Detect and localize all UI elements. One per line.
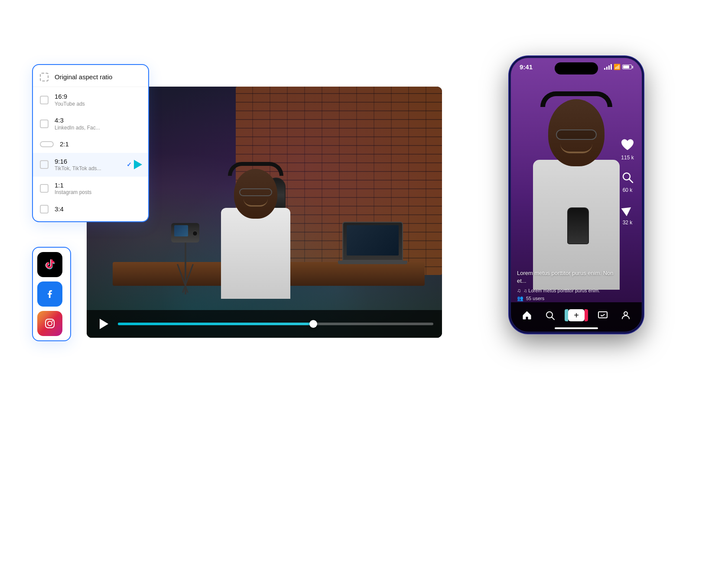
music-text: ♫ Lorem metus porttitor purus enim. bbox=[523, 288, 600, 293]
nav-add[interactable]: + bbox=[568, 309, 585, 321]
ar-subtitle-9-16: TikTok, TikTok ads... bbox=[55, 165, 101, 172]
social-panel bbox=[32, 247, 71, 341]
ar-checkbox-16-9 bbox=[40, 96, 49, 104]
ar-ratio-9-16: 9:16 bbox=[55, 157, 101, 166]
nav-profile[interactable] bbox=[621, 310, 631, 320]
share-icon bbox=[619, 202, 636, 218]
aspect-ratio-panel: Original aspect ratio 16:9 YouTube ads 4… bbox=[32, 64, 149, 222]
ar-label-1-1: 1:1 Instagram posts bbox=[55, 181, 91, 196]
camera-tripod bbox=[171, 223, 199, 294]
wifi-icon: 📶 bbox=[614, 64, 621, 70]
ar-item-4-3[interactable]: 4:3 LinkedIn ads, Fac... bbox=[33, 112, 148, 136]
ar-ratio-3-4: 3:4 bbox=[55, 205, 64, 213]
ar-ratio-16-9: 16:9 bbox=[55, 92, 85, 101]
svg-line-4 bbox=[629, 179, 633, 183]
ar-ratio-1-1: 1:1 bbox=[55, 181, 91, 190]
ar-label-3-4: 3:4 bbox=[55, 205, 64, 213]
ar-label-4-3: 4:3 LinkedIn ads, Fac... bbox=[55, 116, 100, 131]
ar-label-original: Original aspect ratio bbox=[55, 73, 112, 81]
ar-checkbox-9-16 bbox=[40, 160, 49, 169]
svg-point-8 bbox=[624, 312, 627, 315]
users-icon: 👥 bbox=[517, 295, 523, 301]
ar-checkbox-4-3 bbox=[40, 120, 49, 128]
nav-home[interactable] bbox=[522, 310, 532, 320]
nav-inbox[interactable] bbox=[598, 310, 608, 320]
svg-point-1 bbox=[48, 321, 52, 326]
music-note-icon: ♫ bbox=[517, 288, 521, 294]
dynamic-island bbox=[555, 62, 598, 74]
progress-bar-track[interactable] bbox=[118, 323, 433, 325]
ar-item-9-16[interactable]: 9:16 TikTok, TikTok ads... ✓ bbox=[33, 153, 148, 177]
ar-item-16-9[interactable]: 16:9 YouTube ads bbox=[33, 88, 148, 112]
search-icon bbox=[619, 169, 636, 186]
users-row: 👥 55 users bbox=[517, 295, 616, 301]
tiktok-caption: Lorem metus porttitor purus enim. Non et… bbox=[517, 269, 616, 285]
ar-item-1-1[interactable]: 1:1 Instagram posts bbox=[33, 177, 148, 200]
laptop bbox=[342, 222, 407, 264]
comment-count: 60 k bbox=[623, 187, 633, 193]
share-count: 32 k bbox=[623, 220, 633, 226]
video-controls bbox=[87, 310, 442, 338]
status-time: 9:41 bbox=[520, 63, 533, 71]
phone-host-figure bbox=[520, 73, 633, 140]
progress-bar-fill bbox=[118, 323, 313, 325]
like-action[interactable]: 115 k bbox=[619, 137, 636, 161]
progress-thumb[interactable] bbox=[309, 320, 317, 328]
ar-ratio-4-3: 4:3 bbox=[55, 116, 100, 125]
phone-screen: 9:41 📶 bbox=[511, 58, 642, 332]
social-icon-tiktok[interactable] bbox=[37, 252, 62, 277]
ar-check-9-16: ✓ bbox=[127, 161, 132, 168]
ar-checkbox-original bbox=[40, 73, 49, 81]
like-icon bbox=[619, 137, 636, 153]
battery-icon bbox=[622, 65, 633, 69]
ar-subtitle-16-9: YouTube ads bbox=[55, 101, 85, 108]
ar-play-icon-9-16 bbox=[134, 160, 142, 169]
home-bar bbox=[555, 327, 598, 329]
ar-item-original[interactable]: Original aspect ratio bbox=[33, 68, 148, 86]
ar-item-2-1[interactable]: 2:1 bbox=[33, 136, 148, 153]
host-torso-body bbox=[221, 208, 290, 299]
comment-action[interactable]: 60 k bbox=[619, 169, 636, 193]
ar-item-3-4[interactable]: 3:4 bbox=[33, 200, 148, 218]
host-head bbox=[234, 169, 277, 219]
tiktok-bottom-info: Lorem metus porttitor purus enim. Non et… bbox=[517, 269, 616, 301]
ar-checkbox-2-1 bbox=[40, 141, 54, 147]
ar-ratio-original: Original aspect ratio bbox=[55, 73, 112, 81]
like-count: 115 k bbox=[621, 155, 634, 161]
svg-rect-7 bbox=[598, 312, 607, 318]
ar-subtitle-4-3: LinkedIn ads, Fac... bbox=[55, 125, 100, 132]
tiktok-actions: 115 k 60 k bbox=[619, 137, 636, 226]
ar-ratio-2-1: 2:1 bbox=[60, 140, 69, 149]
share-action[interactable]: 32 k bbox=[619, 202, 636, 226]
status-icons: 📶 bbox=[604, 64, 633, 70]
ar-checkbox-1-1 bbox=[40, 184, 49, 193]
ar-checkbox-3-4 bbox=[40, 205, 49, 213]
ar-label-16-9: 16:9 YouTube ads bbox=[55, 92, 85, 107]
signal-bars-icon bbox=[604, 64, 612, 70]
phone-mockup: 9:41 📶 bbox=[509, 56, 644, 333]
social-icon-instagram[interactable] bbox=[37, 311, 62, 336]
play-button[interactable] bbox=[95, 316, 111, 332]
ar-label-2-1: 2:1 bbox=[60, 140, 69, 149]
social-icon-facebook[interactable] bbox=[37, 281, 62, 307]
ar-subtitle-1-1: Instagram posts bbox=[55, 189, 91, 196]
nav-search[interactable] bbox=[545, 310, 555, 320]
users-count: 55 users bbox=[526, 296, 544, 301]
play-icon bbox=[100, 319, 108, 329]
music-row: ♫ ♫ Lorem metus porttitor purus enim. bbox=[517, 288, 616, 294]
phone-inner: 9:41 📶 bbox=[511, 58, 642, 332]
svg-point-2 bbox=[52, 320, 53, 322]
svg-line-6 bbox=[552, 317, 555, 320]
ar-label-9-16: 9:16 TikTok, TikTok ads... bbox=[55, 157, 101, 172]
